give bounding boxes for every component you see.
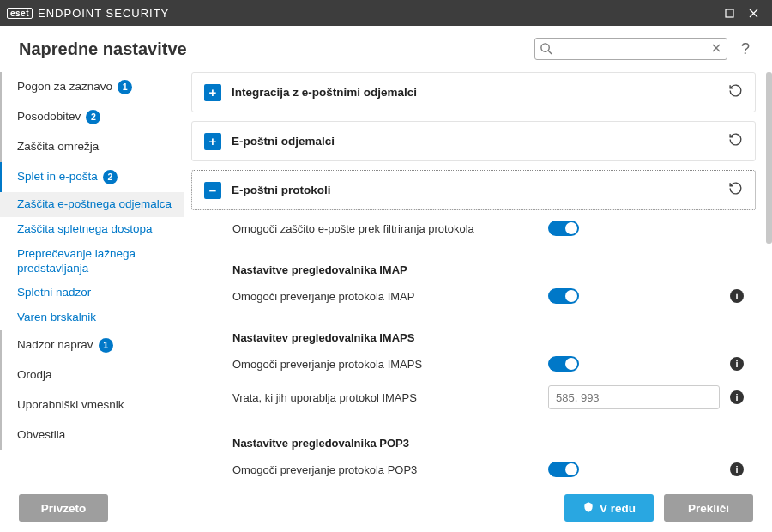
scrollbar-thumb[interactable] [766,72,772,244]
panel-email-protocols-body: Omogoči zaščito e-pošte prek filtriranja… [191,210,756,484]
scrollbar[interactable] [766,72,772,484]
heading-imaps: Nastavitev pregledovalnika IMAPS [232,311,744,349]
page-title: Napredne nastavitve [19,39,524,59]
info-icon[interactable]: i [730,390,744,404]
revert-icon[interactable] [728,132,743,150]
panel-email-protocols[interactable]: – E-poštni protokoli [191,170,756,210]
sidebar-sublist: Zaščita e-poštnega odjemalca Zaščita spl… [0,192,184,330]
sidebar-item-update[interactable]: Posodobitev 2 [0,102,184,132]
badge: 1 [118,80,132,94]
sidebar-sub-email-client-protection[interactable]: Zaščita e-poštnega odjemalca [0,192,184,217]
panel-integration[interactable]: + Integracija z e-poštnimi odjemalci [191,72,756,112]
revert-icon[interactable] [728,181,743,199]
product-name: ENDPOINT SECURITY [38,7,169,20]
brand-badge: eset [7,8,33,19]
sidebar-item-notifications[interactable]: Obvestila [0,420,184,450]
sidebar-item-web-email[interactable]: Splet in e-pošta 2 [0,162,184,192]
heading-imap: Nastavitve pregledovalnika IMAP [232,243,744,281]
panel-email-clients[interactable]: + E-poštni odjemalci [191,121,756,161]
footer: Privzeto V redu Prekliči [0,484,772,532]
shield-icon [582,501,594,516]
info-icon[interactable]: i [730,357,744,371]
cancel-button[interactable]: Prekliči [664,494,753,522]
sidebar-sub-secure-browser[interactable]: Varen brskalnik [0,305,184,330]
imaps-ports-input[interactable] [548,385,720,409]
ok-button[interactable]: V redu [564,494,654,522]
sidebar: Pogon za zaznavo 1 Posodobitev 2 Zaščita… [0,72,184,484]
content-pane: + Integracija z e-poštnimi odjemalci + E… [184,72,766,484]
setting-pop3-enable: Omogoči preverjanje protokola POP3 i [232,455,744,484]
setting-enable-filter: Omogoči zaščito e-pošte prek filtriranja… [232,214,744,243]
svg-line-4 [548,51,552,54]
sidebar-item-device-control[interactable]: Nadzor naprav 1 [0,330,184,360]
sidebar-item-ui[interactable]: Uporabniški vmesnik [0,390,184,420]
page-header: Napredne nastavitve ? [0,26,772,72]
toggle-pop3[interactable] [548,462,579,477]
collapse-icon: – [204,182,221,199]
heading-pop3: Nastavitve pregledovalnika POP3 [232,416,744,455]
help-button[interactable]: ? [738,40,753,58]
default-button[interactable]: Privzeto [19,494,108,522]
setting-imap-enable: Omogoči preverjanje protokola IMAP i [232,281,744,311]
search-icon [540,42,552,58]
sidebar-sub-web-control[interactable]: Spletni nadzor [0,281,184,305]
window-maximize-button[interactable] [717,1,741,25]
search-field [534,38,727,60]
revert-icon[interactable] [728,83,743,101]
badge: 1 [99,338,113,353]
expand-icon: + [204,84,221,101]
expand-icon: + [204,133,221,150]
setting-imaps-ports: Vrata, ki jih uporablja protokol IMAPS i [232,378,744,416]
badge: 2 [86,110,100,124]
titlebar-logo: eset ENDPOINT SECURITY [7,7,169,20]
close-icon [749,9,758,18]
sidebar-item-network-protection[interactable]: Zaščita omrežja [0,132,184,162]
toggle-imap[interactable] [548,288,579,304]
toggle-enable-filter[interactable] [548,221,579,236]
info-icon[interactable]: i [730,462,744,476]
toggle-imaps[interactable] [548,356,579,372]
search-input[interactable] [534,38,727,60]
square-icon [725,9,734,18]
svg-rect-0 [726,9,733,17]
window-close-button[interactable] [741,1,765,25]
info-icon[interactable]: i [730,289,744,303]
badge: 2 [103,170,118,184]
sidebar-item-tools[interactable]: Orodja [0,360,184,390]
clear-search-button[interactable] [710,42,722,57]
titlebar: eset ENDPOINT SECURITY [0,0,772,26]
setting-imaps-enable: Omogoči preverjanje protokola IMAPS i [232,349,744,378]
sidebar-item-detection-engine[interactable]: Pogon za zaznavo 1 [0,72,184,102]
sidebar-sub-antiphishing[interactable]: Preprečevanje lažnega predstavljanja [0,242,184,281]
sidebar-sub-web-access-protection[interactable]: Zaščita spletnega dostopa [0,217,184,242]
svg-point-3 [541,44,549,51]
